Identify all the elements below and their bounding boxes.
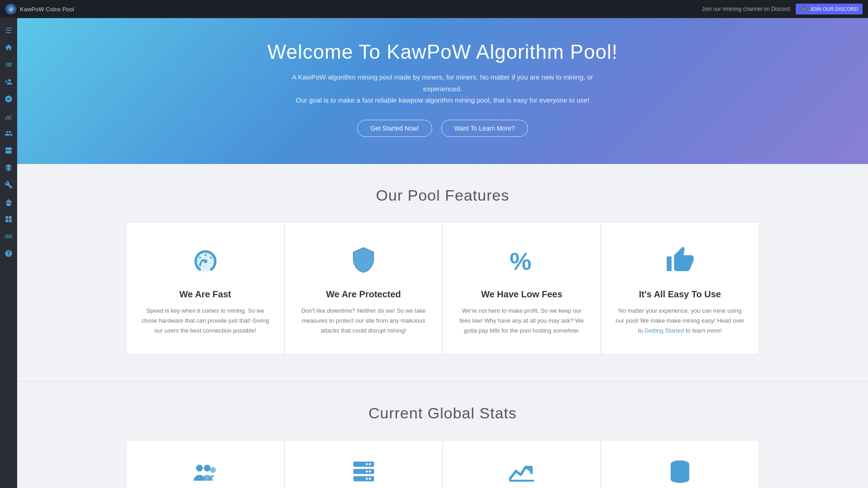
topbar-right: Join our #mining channel on Discord: 🎮 J… <box>702 4 863 14</box>
stat-card-servers <box>284 440 443 488</box>
servers-icon <box>351 460 376 488</box>
database-icon <box>669 459 691 488</box>
features-grid: We Are Fast Speed is key when it comes t… <box>126 222 759 354</box>
svg-point-5 <box>204 254 206 256</box>
discord-button[interactable]: 🎮 JOIN OUR DISCORD <box>796 4 863 14</box>
hashrate-icon <box>508 460 535 488</box>
sidebar-home-icon[interactable] <box>1 40 16 55</box>
sidebar-dashboard-icon[interactable] <box>1 91 16 107</box>
sidebar-robot-icon[interactable] <box>1 194 16 210</box>
topbar-left: ⚡ KawPoW Coins Pool <box>5 4 74 14</box>
discord-btn-label: JOIN OUR DISCORD <box>810 6 858 12</box>
svg-rect-18 <box>353 476 374 481</box>
learn-more-button[interactable]: Want To Learn More? <box>441 120 528 137</box>
miners-icon <box>192 460 219 488</box>
svg-point-11 <box>210 467 216 473</box>
svg-point-28 <box>671 476 689 483</box>
hero-subtitle-line2: Our goal is to make a fast reliable kawp… <box>296 96 590 104</box>
main-content: Welcome To KawPoW Algorithm Pool! A KawP… <box>17 18 868 488</box>
stat-card-hashrate <box>443 440 601 488</box>
percent-icon: % <box>457 245 587 280</box>
sidebar-help-icon[interactable] <box>1 246 16 261</box>
features-title: Our Pool Features <box>35 187 850 204</box>
feature-card-fees: % We Have Low Fees We're not here to mak… <box>443 222 601 354</box>
svg-point-9 <box>196 465 203 472</box>
svg-point-7 <box>199 256 201 258</box>
site-logo: ⚡ <box>5 4 16 14</box>
discord-icon: 🎮 <box>800 5 808 13</box>
get-started-button[interactable]: Get Started Now! <box>357 120 432 137</box>
feature-fast-title: We Are Fast <box>140 289 270 300</box>
sidebar-list-icon[interactable] <box>1 57 16 72</box>
svg-point-4 <box>203 259 207 263</box>
sidebar-tools-icon[interactable] <box>1 177 16 192</box>
svg-rect-12 <box>353 462 374 467</box>
svg-rect-15 <box>353 469 374 474</box>
stats-grid <box>126 440 759 488</box>
feature-card-fast: We Are Fast Speed is key when it comes t… <box>126 222 284 354</box>
feature-card-protected: We Are Protected Don't like downtime? Ne… <box>284 222 443 354</box>
sidebar-link-icon[interactable] <box>1 229 16 244</box>
thumbsup-icon <box>615 245 745 280</box>
sidebar-server-icon[interactable] <box>1 143 16 158</box>
sidebar: ☰ <box>0 18 17 488</box>
hero-subtitle: A KawPoW algorithm mining pool made by m… <box>289 71 596 106</box>
sidebar-grid-icon[interactable] <box>1 211 16 227</box>
feature-easy-title: It's All Easy To Use <box>615 289 745 300</box>
features-section: Our Pool Features <box>17 164 868 381</box>
topbar: ⚡ KawPoW Coins Pool Join our #mining cha… <box>0 0 868 18</box>
discord-text: Join our #mining channel on Discord: <box>702 6 791 12</box>
svg-point-13 <box>368 463 371 465</box>
speedometer-icon <box>140 245 270 280</box>
feature-easy-desc: No matter your experience, you can mine … <box>615 306 745 336</box>
feature-protected-desc: Don't like downtime? Neither do we! So w… <box>298 306 429 336</box>
stat-card-database <box>601 440 759 488</box>
svg-point-6 <box>210 256 212 258</box>
feature-fees-title: We Have Low Fees <box>457 289 587 300</box>
sidebar-chart-icon[interactable] <box>1 108 16 124</box>
svg-point-19 <box>368 478 371 480</box>
sidebar-group-icon[interactable] <box>1 126 16 141</box>
getting-started-link[interactable]: Getting Started <box>645 327 684 334</box>
hero-subtitle-line1: A KawPoW algorithm mining pool made by m… <box>292 73 593 93</box>
sidebar-user-add-icon[interactable] <box>1 74 16 89</box>
svg-point-17 <box>366 470 368 473</box>
svg-point-16 <box>368 470 371 473</box>
hero-section: Welcome To KawPoW Algorithm Pool! A KawP… <box>17 18 868 164</box>
feature-card-easy: It's All Easy To Use No matter your expe… <box>601 222 759 354</box>
svg-text:⚡: ⚡ <box>9 7 14 12</box>
shield-icon <box>298 245 429 280</box>
stats-title: Current Global Stats <box>35 404 850 422</box>
hero-title: Welcome To KawPoW Algorithm Pool! <box>268 41 618 63</box>
sidebar-cube-icon[interactable] <box>1 160 16 175</box>
svg-point-14 <box>366 463 368 465</box>
feature-fees-desc: We're not here to make profit. So we kee… <box>457 306 587 336</box>
feature-fast-desc: Speed is key when it comes to mining. So… <box>140 306 270 336</box>
stats-section: Current Global Stats <box>17 381 868 488</box>
svg-rect-21 <box>509 480 534 482</box>
sidebar-menu-icon[interactable]: ☰ <box>1 23 16 38</box>
svg-point-10 <box>204 465 211 472</box>
svg-text:%: % <box>509 248 531 275</box>
svg-point-20 <box>366 478 368 480</box>
stat-card-miners <box>126 440 284 488</box>
feature-protected-title: We Are Protected <box>298 289 429 300</box>
hero-buttons: Get Started Now! Want To Learn More? <box>357 120 528 137</box>
site-title: KawPoW Coins Pool <box>20 6 74 13</box>
